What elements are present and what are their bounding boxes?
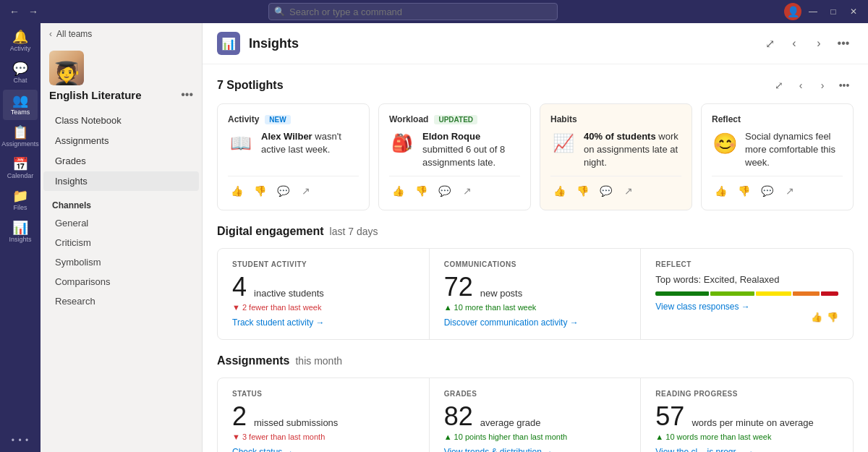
activity-label: Activity <box>10 45 31 52</box>
workload-like-btn[interactable]: 👍 <box>389 182 407 200</box>
sidebar-item-files[interactable]: 📁 Files <box>3 185 38 216</box>
team-options-icon[interactable]: ••• <box>181 88 193 101</box>
search-icon: 🔍 <box>274 7 285 17</box>
back-label: All teams <box>56 29 92 39</box>
back-to-teams[interactable]: ‹ All teams <box>41 23 202 45</box>
student-activity-number: 4 <box>232 274 247 300</box>
student-activity-cell: STUDENT ACTIVITY 4 inactive students ▼ 2… <box>218 249 430 339</box>
engagement-sub-label: last 7 days <box>330 226 378 237</box>
communications-link[interactable]: Discover communication activity → <box>444 317 626 328</box>
reflect-card-footer: 👍 👎 💬 ↗ <box>712 176 843 200</box>
nav-insights[interactable]: Insights <box>43 171 199 191</box>
spotlights-controls: ⤢ ‹ › ••• <box>770 76 854 95</box>
search-input[interactable] <box>268 3 558 20</box>
habits-card-type: Habits <box>550 114 577 124</box>
student-activity-label: STUDENT ACTIVITY <box>232 260 414 268</box>
chat-label: Chat <box>13 77 27 84</box>
workload-card-badge: UPDATED <box>434 115 477 124</box>
spotlight-card-habits: Habits 📈 40% of students work on assignm… <box>540 103 692 210</box>
sidebar-item-assignments[interactable]: 📋 Assignments <box>3 121 38 152</box>
reflect-engagement-label: REFLECT <box>655 260 838 268</box>
spotlights-more-btn[interactable]: ••• <box>835 76 854 95</box>
team-info: 🧑‍🎓 <box>41 45 202 88</box>
sidebar-item-chat[interactable]: 💬 Chat <box>3 58 38 88</box>
sidebar-item-teams[interactable]: 👥 Teams <box>3 90 38 120</box>
reflect-like-btn[interactable]: 👍 <box>712 182 729 200</box>
reading-progress-link[interactable]: View the cl... is progr... → <box>655 447 838 452</box>
close-button[interactable]: ✕ <box>845 3 862 20</box>
channel-comparisons[interactable]: Comparisons <box>43 273 199 291</box>
habits-dislike-btn[interactable]: 👎 <box>574 182 591 200</box>
expand-icon[interactable]: ⤢ <box>760 33 780 54</box>
spotlights-expand-btn[interactable]: ⤢ <box>770 76 788 95</box>
minimize-button[interactable]: — <box>804 3 822 20</box>
nav-class-notebook[interactable]: Class Notebook <box>43 111 199 130</box>
workload-share-btn[interactable]: ↗ <box>459 182 476 200</box>
activity-comment-btn[interactable]: 💬 <box>274 182 292 200</box>
spotlights-prev-btn[interactable]: ‹ <box>791 76 810 95</box>
reflect-engagement-dislike-btn[interactable]: 👎 <box>827 312 838 323</box>
reading-progress-number: 57 <box>655 404 684 430</box>
nav-next-button[interactable]: › <box>809 33 829 54</box>
nav-grades[interactable]: Grades <box>43 151 199 171</box>
sidebar-item-activity[interactable]: 🔔 Activity <box>3 26 38 56</box>
reflect-share-btn[interactable]: ↗ <box>781 182 799 200</box>
forward-button[interactable]: → <box>25 3 42 20</box>
sidebar-item-calendar[interactable]: 📅 Calendar <box>3 153 38 184</box>
activity-like-btn[interactable]: 👍 <box>228 182 245 200</box>
assignments-rail-label: Assignments <box>1 140 39 148</box>
habits-comment-btn[interactable]: 💬 <box>597 182 614 200</box>
student-activity-link[interactable]: Track student activity → <box>232 317 414 328</box>
grades-trend: ▲ 10 points higher than last month <box>444 432 626 441</box>
bar-seg-3 <box>756 291 791 296</box>
more-options-button[interactable]: ••• <box>833 33 854 54</box>
spotlight-card-workload: Workload UPDATED 🎒 Eldon Roque submitted… <box>378 103 531 210</box>
channel-symbolism[interactable]: Symbolism <box>43 253 199 271</box>
sidebar: ‹ All teams 🧑‍🎓 English Literature ••• C… <box>41 23 203 452</box>
nav-assignments[interactable]: Assignments <box>43 131 199 150</box>
title-bar: ← → 🔍 👤 — □ ✕ <box>0 0 868 23</box>
sidebar-item-insights[interactable]: 📊 Insights <box>3 217 38 247</box>
habits-like-btn[interactable]: 👍 <box>550 182 568 200</box>
assignments-section-header: Assignments this month <box>217 354 854 367</box>
activity-share-btn[interactable]: ↗ <box>297 182 315 200</box>
status-link[interactable]: Check status → <box>232 447 414 452</box>
workload-dislike-btn[interactable]: 👎 <box>412 182 430 200</box>
activity-icon: 🔔 <box>12 30 28 43</box>
workload-comment-btn[interactable]: 💬 <box>435 182 453 200</box>
activity-card-badge: NEW <box>265 115 290 124</box>
reflect-engagement-like-btn[interactable]: 👍 <box>811 312 822 323</box>
channel-criticism[interactable]: Criticism <box>43 234 199 252</box>
reading-progress-desc: words per minute on average <box>692 417 813 430</box>
student-activity-metric: 4 inactive students <box>232 274 414 300</box>
channels-label: Channels <box>41 195 202 213</box>
status-cell: STATUS 2 missed submissions ▼ 3 fewer th… <box>218 378 430 452</box>
reflect-comment-btn[interactable]: 💬 <box>758 182 775 200</box>
reflect-card-icon: 😊 <box>712 130 738 156</box>
sidebar-item-more[interactable]: • • • <box>3 432 38 449</box>
habits-share-btn[interactable]: ↗ <box>620 182 637 200</box>
channel-general[interactable]: General <box>43 214 199 232</box>
communications-metric: 72 new posts <box>444 274 626 300</box>
spotlight-card-activity: Activity NEW 📖 Alex Wilber wasn't active… <box>217 103 370 210</box>
maximize-button[interactable]: □ <box>825 3 842 20</box>
reflect-engagement-cell: REFLECT Top words: Excited, Realaxed Vie… <box>641 249 853 339</box>
insights-icon: 📊 <box>12 221 28 234</box>
back-button[interactable]: ← <box>6 3 23 20</box>
spotlights-next-btn[interactable]: › <box>813 76 832 95</box>
nav-prev-button[interactable]: ‹ <box>784 33 804 54</box>
spotlights-title: 7 Spotlights <box>217 79 284 92</box>
activity-card-header: Activity NEW <box>228 114 359 124</box>
workload-card-type: Workload <box>389 114 428 124</box>
assignments-rail-icon: 📋 <box>12 126 28 139</box>
habits-card-header: Habits <box>550 114 681 124</box>
grades-cell: GRADES 82 average grade ▲ 10 points high… <box>430 378 642 452</box>
communications-cell: COMMUNICATIONS 72 new posts ▲ 10 more th… <box>430 249 642 339</box>
spotlights-header: 7 Spotlights ⤢ ‹ › ••• <box>217 76 854 95</box>
reflect-engagement-link[interactable]: View class responses → <box>655 302 838 312</box>
reflect-dislike-btn[interactable]: 👎 <box>735 182 752 200</box>
activity-dislike-btn[interactable]: 👎 <box>251 182 268 200</box>
grades-link[interactable]: View trends & distribution → <box>444 447 626 452</box>
status-trend: ▼ 3 fewer than last month <box>232 432 414 441</box>
channel-research[interactable]: Research <box>43 292 199 310</box>
